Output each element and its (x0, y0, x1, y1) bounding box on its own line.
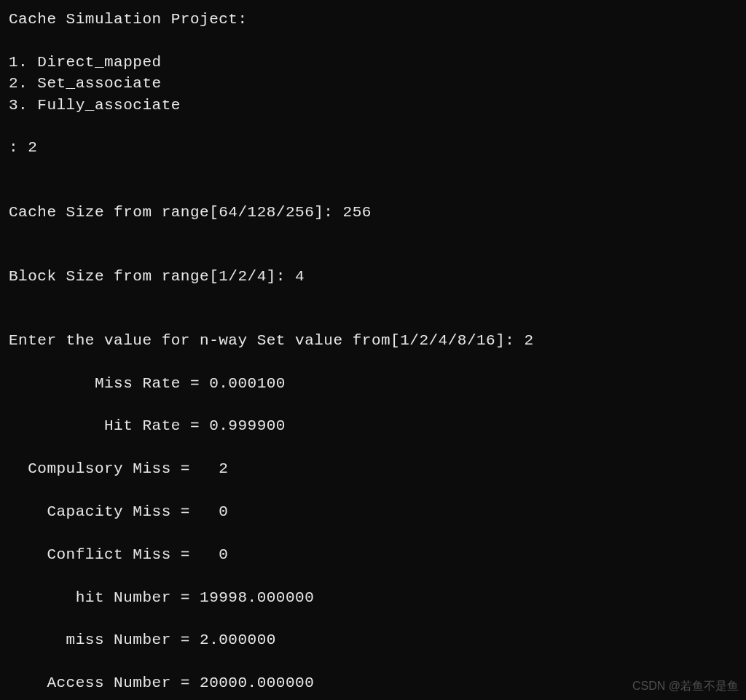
selection-input[interactable]: 2 (28, 139, 37, 156)
cache-size-prompt: Cache Size from range[64/128/256]: (9, 204, 343, 221)
terminal-output: Cache Simulation Project: 1. Direct_mapp… (9, 9, 737, 694)
title-line: Cache Simulation Project: (9, 11, 248, 28)
watermark-text: CSDN @若鱼不是鱼 (632, 678, 739, 694)
compulsory-miss-label: Compulsory Miss = (9, 460, 219, 477)
nway-input[interactable]: 2 (525, 332, 534, 349)
capacity-miss-value: 0 (219, 503, 228, 520)
access-number-value: 20000.000000 (200, 675, 314, 691)
block-size-prompt: Block Size from range[1/2/4]: (9, 268, 295, 285)
access-number-label: Access Number = (9, 675, 200, 691)
nway-prompt: Enter the value for n-way Set value from… (9, 332, 525, 349)
conflict-miss-value: 0 (219, 546, 228, 563)
cache-size-input[interactable]: 256 (343, 204, 372, 221)
menu-item-2: 2. Set_associate (9, 75, 162, 92)
conflict-miss-label: Conflict Miss = (9, 546, 219, 563)
miss-number-label: miss Number = (9, 632, 200, 648)
selection-prompt: : (9, 139, 28, 156)
block-size-input[interactable]: 4 (295, 268, 305, 285)
compulsory-miss-value: 2 (219, 460, 228, 477)
hit-rate-value: 0.999900 (209, 417, 286, 434)
miss-rate-label: Miss Rate = (9, 375, 209, 392)
hit-number-label: hit Number = (9, 589, 200, 606)
hit-number-value: 19998.000000 (200, 589, 314, 606)
capacity-miss-label: Capacity Miss = (9, 503, 219, 520)
menu-item-1: 1. Direct_mapped (9, 54, 162, 71)
miss-number-value: 2.000000 (200, 632, 276, 648)
menu-item-3: 3. Fully_associate (9, 97, 181, 114)
hit-rate-label: Hit Rate = (9, 417, 209, 434)
miss-rate-value: 0.000100 (209, 375, 286, 392)
